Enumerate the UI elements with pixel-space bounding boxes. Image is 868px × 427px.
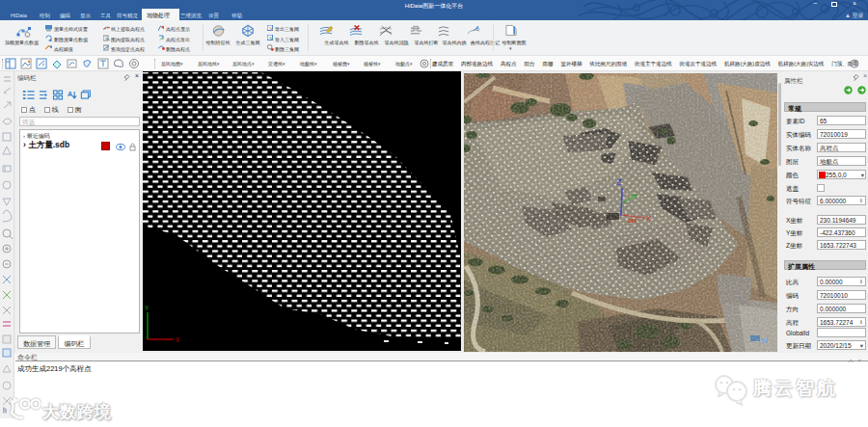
svg-text:A: A (68, 90, 73, 98)
svg-text:X: X (176, 336, 180, 343)
svg-text:Y: Y (145, 305, 149, 311)
svg-text:A: A (475, 25, 479, 31)
